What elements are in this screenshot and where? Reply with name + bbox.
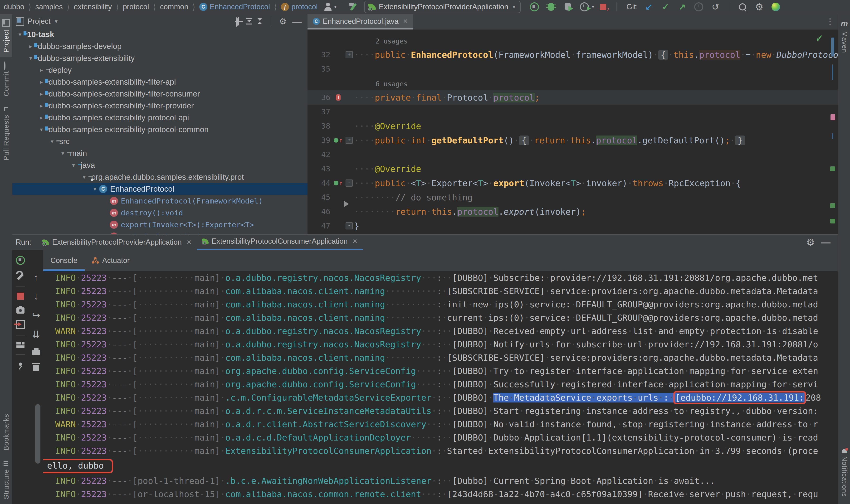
tree-row[interactable]: mEnhancedProtocol(FrameworkModel)	[12, 195, 307, 207]
tree-row[interactable]: ▾dubbo-samples-extensibility	[12, 52, 307, 64]
sidebar-item-commit[interactable]: Commit	[0, 57, 12, 101]
tree-row[interactable]: mdestroy():void	[12, 207, 307, 219]
expand-all-icon[interactable]	[246, 18, 253, 25]
tree-toggle-icon[interactable]: ▸	[37, 67, 46, 73]
tree-row[interactable]: ▾dubbo-samples-extensibility-protocol-co…	[12, 124, 307, 136]
thread-dump-icon[interactable]	[16, 307, 24, 313]
git-commit-button[interactable]: ✓	[660, 2, 671, 12]
minimize-icon[interactable]: —	[821, 237, 831, 248]
sidebar-item-pull-requests[interactable]: Pull Requests	[0, 101, 12, 165]
close-icon[interactable]: ✕	[403, 18, 408, 25]
breadcrumb-item[interactable]: extensibility	[74, 3, 112, 11]
edit-configuration-icon[interactable]	[16, 272, 24, 280]
tree-row[interactable]: ▾org.apache.dubbo.samples.extensibility.…	[12, 171, 307, 183]
scrollbar-thumb[interactable]	[831, 38, 834, 57]
debug-button[interactable]	[546, 2, 556, 12]
fold-toggle-icon[interactable]: -	[344, 222, 354, 230]
tree-row[interactable]: mexport(Invoker<T>):Exporter<T>	[12, 219, 307, 231]
project-view-dropdown-icon[interactable]: ▼	[54, 19, 58, 24]
git-update-button[interactable]: ↙	[643, 2, 654, 12]
git-push-button[interactable]: ↗	[677, 2, 687, 12]
overrides-method-gutter-icon[interactable]: ↑	[332, 138, 344, 143]
fold-toggle-icon[interactable]: +	[344, 137, 354, 144]
tree-toggle-icon[interactable]: ▾	[69, 162, 78, 168]
tree-toggle-icon[interactable]: ▾	[48, 138, 56, 145]
tab-options-icon[interactable]: ⋮	[826, 17, 834, 26]
tree-row[interactable]: ▸dubbo-samples-extensibility-protocol-ap…	[12, 112, 307, 124]
tree-toggle-icon[interactable]: ▾	[16, 31, 24, 38]
tab-console[interactable]: Console	[43, 250, 85, 271]
code-editor[interactable]: 2 usages32+····public·EnhancedProtocol(F…	[307, 30, 838, 234]
breadcrumb-item[interactable]: fprotocol	[281, 3, 318, 11]
build-hammer-icon[interactable]	[348, 2, 358, 12]
tree-toggle-icon[interactable]: ▾	[37, 126, 46, 133]
tree-toggle-icon[interactable]: ▸	[26, 43, 35, 50]
tree-toggle-icon[interactable]: ▾	[80, 174, 88, 180]
tree-row[interactable]: ▾CEnhancedProtocol	[12, 183, 307, 195]
rerun-button[interactable]	[529, 2, 539, 12]
editor-tab[interactable]: C EnhancedProtocol.java ✕	[307, 14, 413, 30]
exit-icon[interactable]	[16, 320, 25, 329]
tree-toggle-icon[interactable]: ▾	[26, 55, 35, 61]
sidebar-item-maven[interactable]: m Maven	[838, 14, 850, 58]
user-dropdown-icon[interactable]: ▾	[334, 4, 337, 10]
sidebar-item-bookmarks[interactable]: Bookmarks	[0, 400, 12, 455]
ide-sphere-icon[interactable]	[771, 2, 781, 12]
tree-row[interactable]: ▾10-task	[12, 29, 307, 40]
soft-wrap-icon[interactable]: ↪	[32, 310, 40, 321]
git-history-button[interactable]	[693, 2, 704, 12]
overrides-method-gutter-icon[interactable]: ↑	[332, 181, 344, 185]
stop-process-button[interactable]	[17, 293, 24, 300]
tree-row[interactable]: ▾main	[12, 147, 307, 159]
tree-toggle-icon[interactable]: ▸	[37, 91, 46, 97]
tree-row[interactable]: ▸dubbo-samples-extensibility-filter-cons…	[12, 88, 307, 100]
profiler-button[interactable]	[579, 2, 589, 12]
collapse-all-icon[interactable]	[256, 18, 263, 25]
breadcrumb-item[interactable]: samples	[35, 3, 63, 11]
hide-panel-icon[interactable]: —	[292, 16, 302, 27]
clear-all-icon[interactable]	[33, 365, 39, 371]
up-stack-trace-icon[interactable]: ↑	[34, 272, 38, 283]
print-icon[interactable]	[32, 350, 40, 355]
tree-row[interactable]: ▾java	[12, 159, 307, 171]
tree-row[interactable]: ▸dubbo-samples-extensibility-filter-prov…	[12, 100, 307, 112]
down-stack-trace-icon[interactable]: ↓	[34, 291, 38, 302]
close-icon[interactable]: ✕	[187, 239, 192, 246]
restore-layout-icon[interactable]	[16, 342, 24, 348]
breadcrumb-item[interactable]: dubbo	[4, 3, 24, 11]
tree-row[interactable]: ▸dubbo-samples-develop	[12, 40, 307, 52]
sidebar-item-structure[interactable]: Structure	[0, 455, 12, 504]
breadcrumb-item[interactable]: CEnhancedProtocol	[199, 3, 270, 11]
profiler-dropdown-icon[interactable]: ▾	[592, 4, 594, 10]
fold-toggle-icon[interactable]: +	[344, 51, 354, 58]
scroll-to-end-icon[interactable]: ⇊	[32, 329, 40, 340]
run-settings-gear-icon[interactable]: ⚙	[806, 237, 815, 248]
tab-actuator[interactable]: Actuator	[85, 250, 137, 271]
project-settings-gear-icon[interactable]: ⚙	[279, 16, 287, 26]
pin-tab-icon[interactable]	[19, 363, 22, 366]
sidebar-item-notifications[interactable]: Notifications	[838, 444, 850, 504]
close-icon[interactable]: ✕	[352, 238, 358, 245]
field-gutter-icon[interactable]	[332, 94, 344, 101]
breadcrumb-item[interactable]: common	[160, 3, 188, 11]
tree-row[interactable]: mgetDefaultPort():int	[12, 231, 307, 234]
run-with-coverage-button[interactable]	[563, 2, 573, 12]
fold-toggle-icon[interactable]: -	[344, 179, 354, 187]
breadcrumb-item[interactable]: protocol	[123, 3, 149, 11]
tree-toggle-icon[interactable]: ▸	[37, 79, 46, 85]
console-output[interactable]: INFO·25223·---·[···········main]·o.a.dub…	[43, 271, 838, 504]
tree-row[interactable]: ▾src	[12, 136, 307, 147]
tree-toggle-icon[interactable]: ▸	[37, 103, 46, 109]
stop-button[interactable]: 2	[598, 2, 608, 12]
search-everywhere-icon[interactable]	[737, 2, 748, 12]
git-rollback-button[interactable]: ↺	[710, 2, 721, 12]
tree-toggle-icon[interactable]: ▾	[58, 150, 67, 157]
tree-toggle-icon[interactable]: ▸	[37, 114, 46, 121]
run-configuration-select[interactable]: ExtensibilityProtocolProviderApplication…	[364, 1, 520, 13]
user-icon[interactable]	[323, 2, 333, 12]
sidebar-item-project[interactable]: Project	[0, 14, 12, 57]
tree-row[interactable]: ▸deploy	[12, 64, 307, 76]
tree-row[interactable]: ▸dubbo-samples-extensibility-filter-api	[12, 76, 307, 88]
run-tab-consumer[interactable]: ExtensibilityProtocolConsumerApplication…	[197, 234, 363, 251]
rerun-application-button[interactable]	[15, 255, 26, 266]
